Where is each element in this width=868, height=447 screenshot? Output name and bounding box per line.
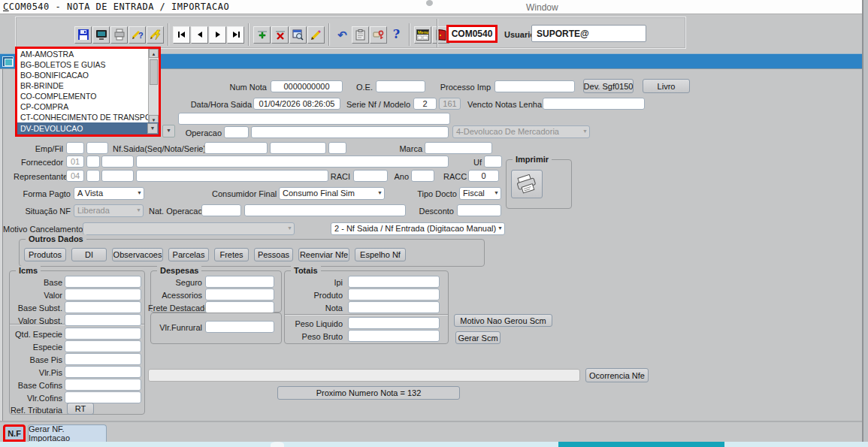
previous-record-button[interactable]	[191, 26, 208, 44]
dropdown-item[interactable]: BR-BRINDE	[17, 80, 159, 91]
vlr-funrural-field[interactable]	[205, 321, 274, 333]
fornecedor-nome-field[interactable]	[136, 156, 449, 168]
dropdown-item[interactable]: CO-COMPLEMENTO	[17, 91, 159, 101]
peso-bruto-field[interactable]	[348, 330, 440, 342]
desconto-field[interactable]	[457, 204, 501, 216]
motivo-nao-gerou-scm-button[interactable]: Motivo Nao Gerou Scm	[454, 314, 552, 327]
pessoas-button[interactable]: Pessoas	[254, 248, 293, 261]
fornecedor-cod-field[interactable]	[101, 156, 134, 168]
print-button[interactable]	[110, 26, 128, 44]
representante-cod-field[interactable]	[101, 170, 134, 182]
fretes-button[interactable]: Fretes	[214, 248, 249, 261]
proximo-numero-button[interactable]: Proximo Numero Nota = 132	[277, 386, 460, 400]
imprimir-button[interactable]	[511, 170, 543, 198]
representante-tipo-field[interactable]	[86, 170, 100, 182]
screen-button[interactable]	[92, 26, 110, 44]
ano-field[interactable]	[411, 170, 434, 182]
mdi-window-icon[interactable]	[2, 56, 14, 67]
base-pis-field[interactable]	[65, 353, 141, 365]
tipo-digitacao-combo[interactable]: 2 - Nf Saida / Nf Entrada (Digitacao Man…	[331, 222, 505, 235]
wand-button[interactable]	[307, 26, 325, 44]
dropdown-item[interactable]: BG-BOLETOS E GUIAS	[17, 59, 159, 70]
operacao-desc-field[interactable]	[251, 126, 449, 138]
dropdown-item[interactable]: BO-BONIFICACAO	[17, 70, 159, 80]
menu-button[interactable]: Menu	[414, 26, 431, 44]
processo-imp-field[interactable]	[494, 80, 575, 92]
nf-saida-seq-field[interactable]	[204, 142, 268, 154]
descricao-field[interactable]	[178, 113, 450, 125]
peso-liquido-field[interactable]	[348, 317, 440, 329]
icms-base-field[interactable]	[65, 276, 141, 288]
qtd-especie-field[interactable]	[65, 328, 141, 340]
rt-button[interactable]: RT	[67, 403, 94, 415]
dropdown-item[interactable]: CP-COMPRA	[17, 101, 159, 112]
tab-gerar-nf-importacao[interactable]: Gerar NF. Importacao	[28, 424, 107, 442]
icms-valor-subst-field[interactable]	[65, 314, 141, 326]
scroll-up-icon[interactable]: ▲	[149, 49, 159, 58]
seguro-field[interactable]	[205, 276, 274, 288]
forma-pagto-combo[interactable]: A Vista	[74, 187, 144, 200]
gerar-scm-button[interactable]: Gerar Scm	[455, 331, 501, 344]
emp-field[interactable]	[66, 142, 84, 154]
produto-field[interactable]	[348, 288, 440, 301]
last-record-button[interactable]	[227, 26, 244, 44]
raci-field[interactable]	[353, 170, 388, 182]
serie-field[interactable]: 2	[413, 98, 437, 110]
especie-field[interactable]	[65, 340, 141, 352]
uf-field[interactable]	[484, 156, 502, 168]
fil-field[interactable]	[86, 142, 108, 154]
scrollbar-thumb[interactable]	[150, 59, 158, 85]
tab-nf[interactable]: N.F	[3, 424, 26, 442]
frete-destacado-field[interactable]	[205, 301, 274, 313]
vlr-pis-field[interactable]	[65, 366, 141, 378]
consumidor-combo[interactable]: Consumo Final Sim	[279, 187, 385, 200]
execute-query-button[interactable]	[147, 26, 164, 44]
dev-sgf0150-button[interactable]: Dev. Sgf0150	[583, 79, 634, 93]
keys-button[interactable]	[370, 26, 387, 44]
livro-button[interactable]: Livro	[643, 79, 690, 93]
nat-operacao-code-field[interactable]	[201, 204, 241, 216]
delete-record-button[interactable]	[271, 26, 289, 44]
icms-valor-field[interactable]	[65, 288, 141, 301]
dropdown-item[interactable]: CT-CONHECIMENTO DE TRANSPORTE	[17, 112, 159, 122]
produtos-button[interactable]: Produtos	[24, 248, 66, 261]
oe-field[interactable]	[376, 80, 425, 92]
dropdown-selected-item[interactable]: DV-DEVOLUCAO ▼	[17, 122, 159, 134]
vencto-field[interactable]	[543, 98, 645, 110]
observacoes-button[interactable]: Observacoes	[112, 248, 163, 261]
insert-record-button[interactable]	[253, 26, 271, 44]
operacao-code-field[interactable]	[224, 126, 249, 138]
nf-saida-nota-field[interactable]	[270, 142, 326, 154]
usuario-input[interactable]: SUPORTE@	[531, 25, 646, 42]
combo-arrow-icon[interactable]: ▼	[147, 123, 158, 134]
icms-base-subst-field[interactable]	[65, 301, 141, 313]
menu-window[interactable]: Window	[526, 2, 558, 13]
ocorrencia-nfe-button[interactable]: Ocorrencia Nfe	[585, 368, 649, 382]
edit-record-button[interactable]	[289, 26, 307, 44]
secondary-combo-arrow[interactable]: ▼	[162, 125, 175, 137]
dropdown-scrollbar[interactable]: ▲ ▼	[148, 49, 159, 124]
data-hora-field[interactable]: 01/04/2026 08:26:05	[253, 98, 340, 110]
enter-query-button[interactable]: ?	[129, 26, 146, 44]
di-button[interactable]: DI	[71, 248, 107, 261]
clipboard-button[interactable]	[352, 26, 369, 44]
reenviar-nfe-button[interactable]: Reenviar Nfe	[298, 248, 349, 261]
representante-nome-field[interactable]	[136, 170, 328, 182]
base-cofins-field[interactable]	[65, 379, 141, 391]
parcelas-button[interactable]: Parcelas	[168, 248, 209, 261]
racc-field[interactable]: 0	[468, 170, 499, 182]
espelho-nf-button[interactable]: Espelho Nf	[355, 248, 406, 261]
num-nota-field[interactable]: 0000000000	[271, 80, 343, 92]
vlr-cofins-field[interactable]	[65, 391, 141, 403]
undo-button[interactable]: ↶	[334, 26, 351, 44]
dropdown-item[interactable]: AM-AMOSTRA	[17, 49, 159, 59]
nat-operacao-desc-field[interactable]	[244, 204, 406, 216]
marca-field[interactable]	[425, 142, 492, 154]
nf-saida-serie-field[interactable]	[328, 142, 346, 154]
save-button[interactable]	[74, 26, 92, 44]
next-record-button[interactable]	[209, 26, 226, 44]
tipo-docto-combo[interactable]: Fiscal	[459, 187, 501, 200]
help-button[interactable]: ?	[388, 26, 405, 44]
fornecedor-tipo-field[interactable]	[86, 156, 100, 168]
ipi-field[interactable]	[348, 276, 440, 288]
